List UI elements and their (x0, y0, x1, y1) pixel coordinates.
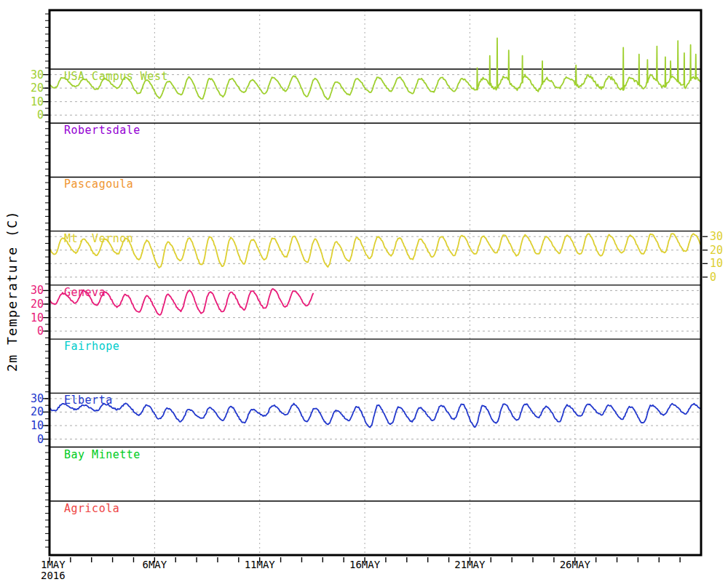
y-tick-label: 20 (710, 245, 728, 256)
x-tick-label: 1MAY (41, 559, 66, 570)
x-tick-label: 26MAY (547, 559, 603, 570)
y-tick-label: 20 (13, 407, 44, 418)
meteogram-chart: 2m Temperature (C) USA Campus West010203… (0, 0, 728, 582)
plot-area (0, 0, 728, 582)
y-tick-label: 10 (710, 258, 728, 269)
y-tick-label: 10 (13, 97, 44, 108)
station-label-mt-vernon: Mt. Vernon (64, 234, 133, 244)
station-label-agricola: Agricola (64, 503, 119, 514)
station-label-pascagoula: Pascagoula (64, 179, 133, 190)
y-tick-label: 30 (710, 231, 728, 242)
y-tick-label: 10 (13, 313, 44, 324)
x-tick-label: 6MAY (127, 559, 182, 570)
station-label-fairhope: Fairhope (64, 341, 119, 352)
y-tick-label: 30 (13, 70, 44, 81)
x-tick-label: 11MAY (232, 559, 288, 570)
station-label-usa-campus-west: USA Campus West (64, 71, 168, 82)
x-axis-year-label: 2016 (41, 570, 66, 581)
y-tick-label: 30 (13, 285, 44, 296)
station-label-geneva: Geneva (64, 287, 106, 298)
y-tick-label: 0 (13, 434, 44, 445)
y-tick-label: 30 (13, 394, 44, 404)
plot-frame (50, 10, 701, 555)
y-tick-label: 0 (13, 110, 44, 121)
station-label-robertsdale: Robertsdale (64, 125, 141, 136)
station-label-bay-minette: Bay Minette (64, 450, 141, 461)
y-tick-label: 10 (13, 420, 44, 431)
y-tick-label: 20 (13, 83, 44, 94)
y-tick-label: 20 (13, 299, 44, 310)
y-tick-label: 0 (710, 272, 728, 283)
series-mt-vernon (50, 234, 700, 268)
station-label-elberta: Elberta (64, 395, 113, 406)
x-tick-label: 21MAY (442, 559, 497, 570)
x-tick-label: 16MAY (337, 559, 392, 570)
series-elberta (50, 403, 700, 427)
y-tick-label: 0 (13, 326, 44, 337)
